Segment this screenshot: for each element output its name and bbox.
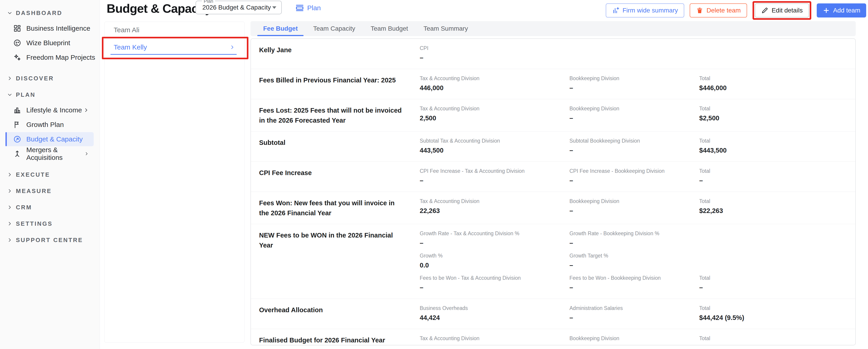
field-value: – — [569, 84, 699, 92]
sidebar-section-label: PLAN — [16, 91, 36, 98]
plan-button[interactable]: Plan — [296, 3, 321, 13]
fee-budget-row: Fees Won: New fees that you will invoice… — [251, 192, 855, 224]
field-cell: Tax & Accounting Division446,000 — [420, 76, 569, 92]
add-team-button[interactable]: Add team — [817, 3, 866, 18]
field-header: CPI — [420, 45, 569, 51]
sidebar-section-support-centre[interactable]: SUPPORT CENTRE — [0, 234, 100, 246]
field-value: – — [569, 262, 699, 269]
field-cell: Business Overheads44,424 — [420, 305, 569, 322]
row-label: Fees Billed in Previous Financial Year: … — [259, 76, 420, 93]
field-cell: Growth Rate - Bookkeeping Division %– — [569, 230, 699, 247]
field-header: Growth Target % — [569, 253, 699, 259]
tab-team-budget[interactable]: Team Budget — [363, 21, 416, 36]
field-header: Total — [699, 138, 847, 144]
sidebar-item-growth-plan[interactable]: Growth Plan — [0, 118, 100, 132]
chevron-down-icon — [272, 6, 276, 9]
sidebar-item-mergers-acquisitions[interactable]: Mergers & Acquisitions — [0, 147, 100, 161]
field-header: Bookkeeping Division — [569, 198, 699, 204]
field-value: 443,500 — [420, 147, 569, 154]
field-header: Subtotal Tax & Accounting Division — [420, 138, 569, 144]
field-cell: CPI Fee Increase - Tax & Accounting Divi… — [420, 168, 569, 184]
edit-details-button[interactable]: Edit details — [755, 3, 809, 18]
team-list-item-team-kelly[interactable]: Team Kelly — [104, 38, 244, 57]
sidebar-section-label: EXECUTE — [16, 171, 50, 178]
fee-budget-row: NEW Fees to be WON in the 2026 Financial… — [251, 224, 855, 299]
sidebar-item-wize-blueprint[interactable]: Wize Blueprint — [0, 36, 100, 50]
firm-wide-summary-button[interactable]: Firm wide summary — [606, 3, 684, 18]
sidebar-item-label: Freedom Map Projects — [26, 54, 95, 61]
sidebar-item-label: Budget & Capacity — [26, 135, 83, 143]
field-cell: Subtotal Tax & Accounting Division443,50… — [420, 138, 569, 154]
row-fields: Tax & Accounting Division2,500Bookkeepin… — [420, 106, 847, 125]
row-fields: CPI– — [420, 45, 847, 63]
row-fields: Tax & Accounting Division22,263Bookkeepi… — [420, 198, 847, 218]
field-value: 0 — [569, 344, 699, 345]
field-header: Subtotal Bookkeeping Division — [569, 138, 699, 144]
row-label: Subtotal — [259, 138, 420, 155]
field-header: Total — [699, 305, 847, 311]
field-value: $446,000 — [699, 84, 847, 92]
chevron-right-icon — [7, 204, 13, 210]
field-value: – — [569, 147, 699, 154]
field-header: Bookkeeping Division — [569, 106, 699, 112]
plan-button-label: Plan — [307, 4, 321, 12]
field-value: $465,763 — [699, 344, 847, 345]
sidebar-section-crm[interactable]: CRM — [0, 201, 100, 213]
field-header: Tax & Accounting Division — [420, 336, 569, 342]
field-cell: Fees to be Won - Tax & Accounting Divisi… — [420, 275, 569, 291]
plan-select[interactable]: Plan 2026 Budget & Capacity — [195, 1, 282, 14]
field-header: Total — [699, 336, 847, 342]
sidebar-item-lifestyle-income[interactable]: Lifestyle & Income — [0, 103, 100, 117]
fee-budget-row: Fees Lost: 2025 Fees that will not be in… — [251, 99, 855, 132]
fee-budget-row: Kelly JaneCPI– — [251, 39, 855, 69]
field-value: $2,500 — [699, 114, 847, 122]
sidebar-item-label: Lifestyle & Income — [26, 106, 82, 114]
chevron-right-icon — [84, 151, 89, 157]
field-header: Total — [699, 198, 847, 204]
row-fields: CPI Fee Increase - Tax & Accounting Divi… — [420, 168, 847, 186]
tab-team-summary[interactable]: Team Summary — [416, 21, 476, 36]
sidebar-item-label: Growth Plan — [26, 121, 64, 128]
field-header: Tax & Accounting Division — [420, 198, 569, 204]
sidebar-item-label: Business Intelligence — [26, 25, 90, 32]
sidebar-item-freedom-map-projects[interactable]: Freedom Map Projects — [0, 50, 100, 64]
row-label: Finalised Budget for 2026 Financial Year — [259, 336, 420, 345]
sidebar-section-execute[interactable]: EXECUTE — [0, 169, 100, 181]
field-value: – — [569, 207, 699, 214]
team-list-item-team-ali[interactable]: Team Ali — [104, 22, 244, 38]
field-header: Bookkeeping Division — [569, 336, 699, 342]
delete-team-button[interactable]: Delete team — [690, 3, 747, 18]
row-fields: Tax & Accounting Division446,000Bookkeep… — [420, 76, 847, 93]
field-header: CPI Fee Increase - Bookkeeping Division — [569, 168, 699, 174]
blueprint-face-icon — [13, 39, 21, 47]
row-label: Fees Won: New fees that you will invoice… — [259, 198, 420, 218]
sidebar-section-label: SUPPORT CENTRE — [16, 237, 83, 244]
sidebar-section-plan[interactable]: PLAN — [0, 89, 100, 101]
flag-icon — [13, 121, 21, 129]
field-value: – — [699, 177, 847, 184]
chevron-right-icon — [7, 76, 13, 81]
sidebar-item-budget-capacity[interactable]: Budget & Capacity — [5, 132, 94, 146]
field-value: – — [569, 284, 699, 291]
field-value: 0.0 — [420, 262, 569, 269]
sidebar-section-dashboard[interactable]: DASHBOARD — [0, 7, 100, 19]
sidebar-section-discover[interactable]: DISCOVER — [0, 72, 100, 85]
field-cell: Tax & Accounting Division465,763 — [420, 336, 569, 345]
sidebar-section-settings[interactable]: SETTINGS — [0, 217, 100, 230]
row-fields: Subtotal Tax & Accounting Division443,50… — [420, 138, 847, 155]
row-label: Overhead Allocation — [259, 305, 420, 323]
bar-chart-icon — [13, 106, 21, 114]
plan-layout-icon — [296, 4, 304, 12]
sidebar-section-measure[interactable]: MEASURE — [0, 185, 100, 197]
chevron-right-icon — [7, 188, 13, 194]
field-header: CPI Fee Increase - Tax & Accounting Divi… — [420, 168, 569, 174]
delete-team-label: Delete team — [707, 7, 741, 14]
field-value: 22,263 — [420, 207, 569, 214]
sidebar-section-label: SETTINGS — [16, 220, 53, 227]
field-cell: Total$446,000 — [699, 76, 847, 92]
tab-fee-budget[interactable]: Fee Budget — [255, 21, 305, 36]
add-team-label: Add team — [833, 7, 860, 14]
sidebar-item-business-intelligence[interactable]: Business Intelligence — [0, 21, 100, 35]
tab-label: Team Summary — [424, 25, 468, 32]
tab-team-capacity[interactable]: Team Capacity — [305, 21, 363, 36]
